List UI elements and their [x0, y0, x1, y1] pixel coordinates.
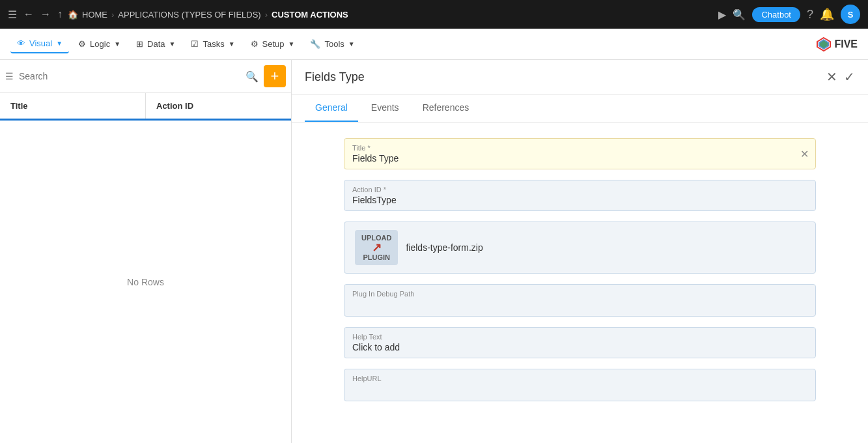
- breadcrumb-active[interactable]: CUSTOM ACTIONS: [272, 10, 348, 20]
- bell-icon[interactable]: 🔔: [820, 7, 834, 21]
- title-column-header: Title: [0, 93, 146, 119]
- tab-general[interactable]: General: [305, 94, 358, 122]
- nav-icons: ☰ ← → ↑: [8, 8, 63, 21]
- help-url-wrapper[interactable]: HelpURL: [344, 369, 816, 401]
- five-logo-text: FIVE: [834, 38, 858, 50]
- five-logo: FIVE: [816, 36, 858, 52]
- search-input[interactable]: [19, 71, 240, 81]
- top-nav: ☰ ← → ↑ 🏠 HOME › APPLICATIONS (TYPES OF …: [0, 0, 868, 29]
- visual-chevron: ▼: [56, 40, 63, 47]
- sidebar-column-headers: Title Action ID: [0, 93, 291, 121]
- breadcrumb-sep1: ›: [111, 10, 114, 20]
- sec-nav-left: 👁 Visual ▼ ⚙ Logic ▼ ⊞ Data ▼ ☑ Tasks ▼ …: [10, 35, 361, 53]
- help-url-value: [352, 384, 807, 395]
- action-id-column-header: Action ID: [146, 93, 291, 119]
- left-sidebar: ☰ 🔍 + Title Action ID No Rows: [0, 60, 292, 443]
- tabs-bar: General Events References: [292, 94, 868, 122]
- close-button[interactable]: ✕: [826, 69, 837, 85]
- form-area: Title * Fields Type ✕ Action ID * Fields…: [292, 122, 868, 443]
- title-label: Title *: [352, 144, 807, 152]
- breadcrumb: 🏠 HOME › APPLICATIONS (TYPES OF FIELDS) …: [68, 10, 713, 20]
- nav-visual[interactable]: 👁 Visual ▼: [10, 35, 69, 53]
- action-id-field-group: Action ID * FieldsType: [344, 180, 816, 211]
- upload-plugin-group: UPLOAD ↗ PLUGIN fields-type-form.zip: [344, 222, 816, 274]
- upload-label-line2: PLUGIN: [363, 253, 390, 261]
- tab-events[interactable]: Events: [361, 94, 410, 122]
- upload-arrow-icon: ↗: [372, 242, 382, 253]
- help-url-label: HelpURL: [352, 375, 807, 382]
- right-content-panel: Fields Type ✕ ✓ General Events Reference…: [292, 60, 868, 443]
- action-id-value: FieldsType: [352, 195, 807, 205]
- nav-data[interactable]: ⊞ Data ▼: [130, 35, 182, 53]
- panel-header: Fields Type ✕ ✓: [292, 60, 868, 94]
- panel-header-actions: ✕ ✓: [826, 69, 855, 85]
- upload-label-block: UPLOAD ↗ PLUGIN: [355, 230, 398, 265]
- nav-logic[interactable]: ⚙ Logic ▼: [72, 35, 127, 53]
- plugin-debug-wrapper[interactable]: Plug In Debug Path: [344, 284, 816, 317]
- action-id-label: Action ID *: [352, 186, 807, 193]
- up-icon[interactable]: ↑: [57, 8, 63, 20]
- tasks-label: Tasks: [203, 39, 224, 49]
- nav-tools[interactable]: 🔧 Tools ▼: [303, 35, 361, 53]
- breadcrumb-home[interactable]: 🏠: [68, 10, 78, 20]
- add-button[interactable]: +: [264, 65, 286, 87]
- setup-label: Setup: [262, 39, 285, 49]
- secondary-nav: 👁 Visual ▼ ⚙ Logic ▼ ⊞ Data ▼ ☑ Tasks ▼ …: [0, 29, 868, 60]
- title-field-group: Title * Fields Type ✕: [344, 138, 816, 169]
- nav-setup[interactable]: ⚙ Setup ▼: [244, 35, 301, 53]
- tasks-chevron: ▼: [229, 40, 235, 48]
- sidebar-search-bar: ☰ 🔍 +: [0, 60, 291, 93]
- filter-icon: ☰: [5, 71, 14, 81]
- title-value: Fields Type: [352, 153, 807, 164]
- setup-chevron: ▼: [288, 40, 295, 48]
- logic-label: Logic: [90, 39, 110, 49]
- tools-icon: 🔧: [310, 39, 320, 49]
- hamburger-icon[interactable]: ☰: [8, 8, 17, 21]
- tasks-icon: ☑: [191, 39, 199, 49]
- help-text-group: Help Text Click to add: [344, 327, 816, 358]
- nav-tasks[interactable]: ☑ Tasks ▼: [184, 35, 241, 53]
- visual-icon: 👁: [17, 38, 25, 48]
- back-icon[interactable]: ←: [23, 8, 34, 20]
- search-icon[interactable]: 🔍: [245, 70, 259, 83]
- logic-icon: ⚙: [78, 39, 86, 49]
- plugin-debug-group: Plug In Debug Path: [344, 284, 816, 317]
- tab-references[interactable]: References: [412, 94, 480, 122]
- plugin-debug-label: Plug In Debug Path: [352, 290, 807, 298]
- data-label: Data: [147, 39, 165, 49]
- help-text-label: Help Text: [352, 333, 807, 341]
- tools-label: Tools: [324, 39, 344, 49]
- user-avatar[interactable]: S: [841, 5, 860, 24]
- action-id-field-wrapper[interactable]: Action ID * FieldsType: [344, 180, 816, 211]
- chatbot-button[interactable]: Chatbot: [752, 7, 800, 22]
- plugin-debug-value: [352, 299, 807, 311]
- breadcrumb-sep2: ›: [265, 10, 268, 20]
- search-circle-icon[interactable]: 🔍: [733, 8, 746, 21]
- data-icon: ⊞: [136, 39, 143, 49]
- help-icon[interactable]: ?: [807, 8, 813, 21]
- title-field-wrapper[interactable]: Title * Fields Type ✕: [344, 138, 816, 169]
- data-chevron: ▼: [169, 40, 176, 48]
- no-rows-message: No Rows: [0, 121, 291, 443]
- play-icon[interactable]: ▶: [718, 8, 726, 21]
- breadcrumb-home-label[interactable]: HOME: [82, 10, 107, 20]
- upload-plugin-wrapper[interactable]: UPLOAD ↗ PLUGIN fields-type-form.zip: [344, 222, 816, 274]
- visual-label: Visual: [29, 38, 52, 48]
- panel-title: Fields Type: [305, 70, 365, 84]
- right-actions: ▶ 🔍 Chatbot ? 🔔 S: [718, 5, 860, 24]
- confirm-button[interactable]: ✓: [844, 69, 855, 85]
- help-text-value: Click to add: [352, 342, 807, 352]
- tools-chevron: ▼: [348, 40, 355, 48]
- help-url-group: HelpURL: [344, 369, 816, 401]
- main-layout: ☰ 🔍 + Title Action ID No Rows Fields Typ…: [0, 60, 868, 443]
- five-logo-icon: [816, 36, 832, 52]
- logic-chevron: ▼: [114, 40, 120, 48]
- title-clear-icon[interactable]: ✕: [800, 148, 809, 160]
- forward-icon[interactable]: →: [40, 8, 51, 20]
- upload-filename: fields-type-form.zip: [406, 242, 483, 253]
- breadcrumb-app-label[interactable]: APPLICATIONS (TYPES OF FIELDS): [118, 10, 260, 20]
- setup-icon: ⚙: [251, 39, 259, 49]
- help-text-wrapper[interactable]: Help Text Click to add: [344, 327, 816, 358]
